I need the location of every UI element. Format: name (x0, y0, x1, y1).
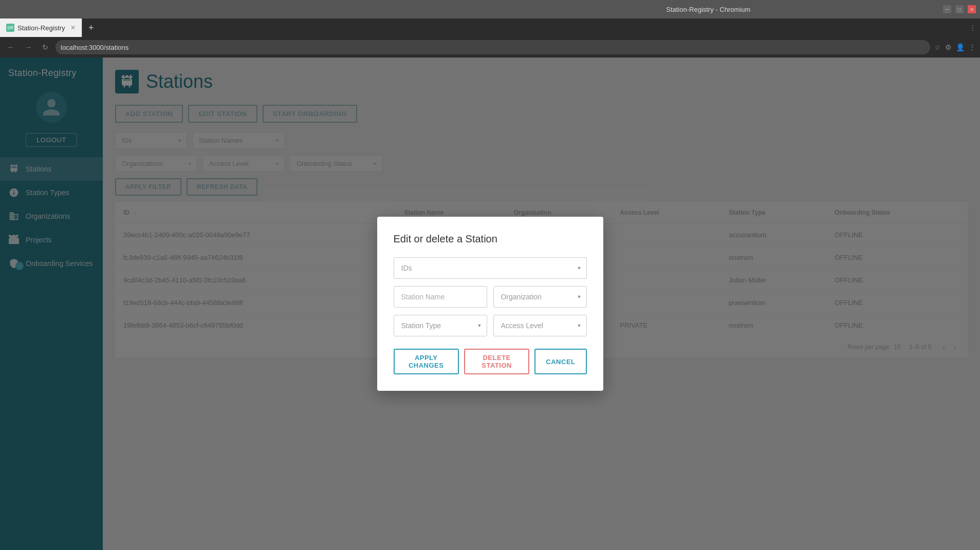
modal-title: Edit or delete a Station (394, 233, 587, 245)
tab-bar: SR Station-Registry ✕ + ⋮ (0, 18, 980, 37)
modal-ids-wrapper: IDs (394, 257, 587, 279)
modal-station-name-input[interactable] (394, 286, 487, 308)
extension-icon[interactable]: ⚙ (945, 43, 952, 51)
browser-menu[interactable]: ⋮ (970, 24, 976, 31)
modal-ids-field: IDs (394, 257, 587, 279)
back-button[interactable]: ← (4, 42, 17, 52)
modal-access-level-wrapper: Access Level (493, 315, 587, 336)
maximize-button[interactable]: □ (955, 5, 964, 13)
modal-organization-select[interactable]: Organization (493, 286, 587, 308)
tab-favicon: SR (6, 24, 14, 32)
close-button[interactable]: ✕ (968, 5, 976, 13)
minimize-button[interactable]: ─ (943, 5, 951, 13)
title-bar: Station-Registry - Chromium ─ □ ✕ (0, 0, 980, 18)
modal-actions: APPLY CHANGES DELETE STATION CANCEL (394, 349, 587, 374)
address-input[interactable] (56, 40, 930, 54)
edit-delete-modal: Edit or delete a Station IDs (377, 217, 603, 391)
main-content: Stations ADD STATION EDIT STATION START … (103, 58, 980, 550)
active-tab[interactable]: SR Station-Registry ✕ (0, 18, 82, 37)
modal-ids-select[interactable]: IDs (394, 257, 587, 279)
browser-title: Station-Registry - Chromium (474, 6, 944, 13)
forward-button[interactable]: → (22, 42, 35, 52)
profile-icon[interactable]: 👤 (956, 43, 965, 51)
modal-access-level-field: Access Level (493, 315, 587, 336)
address-bar: ← → ↻ ☆ ⚙ 👤 ⋮ (0, 37, 980, 58)
modal-row-1: Organization (394, 286, 587, 308)
modal-row-2: Station Type Access Level (394, 315, 587, 336)
app: Station-Registry LOGOUT Stations Station… (0, 58, 980, 550)
modal-station-type-wrapper: Station Type (394, 315, 487, 336)
cancel-button[interactable]: CANCEL (534, 349, 586, 374)
modal-station-type-field: Station Type (394, 315, 487, 336)
bookmark-icon[interactable]: ☆ (934, 43, 941, 51)
tab-label: Station-Registry (17, 24, 65, 32)
browser-chrome: Station-Registry - Chromium ─ □ ✕ SR Sta… (0, 0, 980, 58)
modal-access-level-select[interactable]: Access Level (493, 315, 587, 336)
modal-organization-wrapper: Organization (493, 286, 587, 308)
modal-station-name-field (394, 286, 487, 308)
modal-overlay: Edit or delete a Station IDs (103, 58, 980, 550)
menu-icon[interactable]: ⋮ (969, 43, 976, 51)
modal-station-type-select[interactable]: Station Type (394, 315, 487, 336)
address-icons: ☆ ⚙ 👤 ⋮ (934, 43, 976, 51)
tab-close-button[interactable]: ✕ (70, 24, 76, 31)
apply-changes-button[interactable]: APPLY CHANGES (394, 349, 459, 374)
new-tab-button[interactable]: + (82, 18, 100, 37)
delete-station-button[interactable]: DELETE STATION (464, 349, 529, 374)
reload-button[interactable]: ↻ (39, 42, 51, 52)
modal-organization-field: Organization (493, 286, 587, 308)
window-controls: ─ □ ✕ (943, 5, 976, 13)
